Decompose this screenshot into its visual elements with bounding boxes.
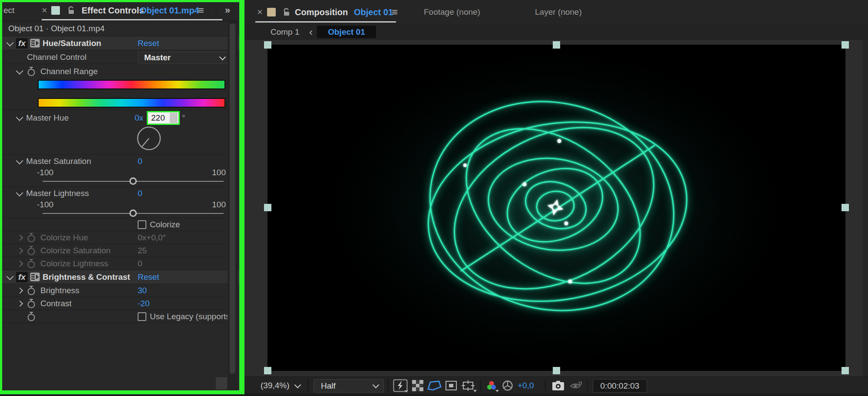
- use-legacy-checkbox: [138, 312, 146, 321]
- effect-name[interactable]: Brightness & Contrast: [43, 270, 130, 284]
- hue-saturation-header[interactable]: fx Hue/Saturation Reset: [2, 36, 239, 50]
- panel-menu-icon[interactable]: ≡: [198, 0, 204, 21]
- master-hue-unit: °: [182, 110, 185, 126]
- composition-canvas[interactable]: [267, 45, 845, 371]
- brightness-contrast-header[interactable]: fx Brightness & Contrast Reset: [2, 270, 239, 284]
- panel-menu-icon[interactable]: ≡: [392, 0, 398, 24]
- breadcrumb-current-label: Object 01: [328, 27, 365, 37]
- stopwatch-icon[interactable]: [27, 285, 36, 295]
- scrollbar-thumb[interactable]: [230, 23, 235, 374]
- scrollbar-corner: [216, 377, 227, 389]
- effect-name[interactable]: Hue/Saturation: [43, 36, 101, 50]
- collapse-chevron-icon: [16, 67, 23, 75]
- master-saturation-slider-knob[interactable]: [129, 177, 137, 185]
- colorize-row: Colorize: [2, 218, 239, 231]
- effect-icon: [30, 39, 40, 48]
- layer-tab[interactable]: Layer (none): [535, 0, 582, 24]
- project-tab-partial[interactable]: ect: [3, 0, 14, 21]
- stopwatch-icon[interactable]: [27, 66, 36, 76]
- master-hue-row: Master Hue 0x 220 °: [2, 110, 239, 126]
- close-icon[interactable]: ×: [257, 0, 263, 24]
- reset-exposure-button[interactable]: [502, 380, 513, 391]
- resolution-value: Half: [321, 380, 336, 392]
- master-saturation-value[interactable]: 0: [138, 155, 142, 167]
- mask-outline-icon: [426, 380, 442, 391]
- channel-range-row: Channel Range: [2, 64, 239, 79]
- layer-subtitle: Object 01 · Object 01.mp4: [8, 21, 105, 36]
- reset-link[interactable]: Reset: [138, 36, 159, 50]
- channel-range-label: Channel Range: [40, 64, 98, 79]
- show-channel-button[interactable]: [485, 380, 498, 391]
- reset-link[interactable]: Reset: [138, 270, 159, 284]
- unlock-icon[interactable]: [283, 7, 290, 17]
- colorize-lightness-label: Colorize Lightness: [40, 257, 108, 270]
- selection-handle-mid-right[interactable]: [842, 204, 849, 211]
- fx-badge[interactable]: fx: [16, 38, 28, 49]
- resolution-dropdown[interactable]: Half: [314, 379, 384, 393]
- stopwatch-icon[interactable]: [27, 311, 36, 321]
- effect-controls-tab-title[interactable]: Effect Controls: [82, 0, 144, 21]
- channel-range-shifted-gradient: [38, 98, 225, 108]
- fast-previews-button[interactable]: [393, 379, 408, 392]
- composition-tab-target[interactable]: Object 01: [354, 0, 393, 24]
- master-lightness-slider-knob[interactable]: [129, 209, 137, 217]
- collapse-chevron-icon: [16, 189, 23, 196]
- breadcrumb-root[interactable]: Comp 1: [271, 24, 300, 40]
- show-snapshot-button[interactable]: [570, 380, 583, 391]
- composition-breadcrumb: Comp 1 ‹ Object 01: [244, 24, 868, 40]
- selection-handle-top-left[interactable]: [264, 41, 271, 49]
- channel-range-source-gradient: [38, 80, 225, 89]
- mask-visibility-button[interactable]: [426, 380, 442, 391]
- master-lightness-row: Master Lightness 0: [2, 187, 239, 200]
- timecode-field[interactable]: 0:00:02:03: [593, 379, 647, 393]
- region-of-interest-button[interactable]: [445, 380, 457, 391]
- breadcrumb-current-tab[interactable]: Object 01: [317, 26, 376, 38]
- stopwatch-icon: [27, 245, 36, 255]
- panel-color-square: [51, 6, 60, 15]
- stopwatch-icon[interactable]: [27, 298, 36, 308]
- selection-handle-bottom-left[interactable]: [264, 367, 271, 374]
- master-hue-revolutions[interactable]: 0x: [135, 110, 143, 126]
- close-icon[interactable]: ×: [42, 0, 47, 21]
- after-effects-window: ect × Effect Controls Object 01.mp4 ≡ » …: [0, 0, 868, 396]
- master-lightness-value[interactable]: 0: [138, 187, 142, 200]
- selection-handle-top-center[interactable]: [553, 41, 560, 49]
- channel-control-row: Channel Control Master: [2, 50, 239, 64]
- grid-guides-button[interactable]: [461, 380, 475, 391]
- text-cursor-block: [170, 113, 178, 123]
- layer-subtitle-row: Object 01 · Object 01.mp4: [2, 21, 239, 36]
- contrast-label: Contrast: [40, 297, 72, 310]
- master-hue-input[interactable]: 220: [147, 111, 180, 125]
- master-hue-value[interactable]: 220: [151, 112, 165, 124]
- selection-handle-mid-left[interactable]: [264, 204, 271, 211]
- take-snapshot-button[interactable]: [552, 380, 564, 391]
- stopwatch-icon: [27, 259, 36, 268]
- active-tab-underline: [42, 19, 222, 20]
- brightness-value[interactable]: 30: [138, 284, 147, 297]
- breadcrumb-chevron: ‹: [309, 24, 313, 40]
- selection-handle-top-right[interactable]: [842, 41, 849, 49]
- panel-overflow-icon[interactable]: »: [225, 0, 230, 21]
- hue-dial[interactable]: [136, 126, 162, 151]
- magnification-dropdown[interactable]: (39,4%): [261, 377, 290, 394]
- colorize-hue-row: Colorize Hue 0x+0,0°: [2, 231, 239, 244]
- panel-color-square: [267, 8, 276, 16]
- chevron-down-icon: [294, 381, 301, 388]
- selection-handle-bottom-right[interactable]: [842, 367, 849, 374]
- composition-tab-title[interactable]: Composition: [295, 0, 348, 24]
- composition-viewport: [244, 40, 868, 376]
- exposure-value[interactable]: +0,0: [518, 377, 534, 394]
- viewport-scrollbar-gutter: [863, 40, 868, 376]
- active-tab-underline: [255, 21, 396, 23]
- scale-min: -100: [37, 200, 53, 210]
- contrast-value[interactable]: -20: [138, 297, 149, 310]
- fx-badge[interactable]: fx: [16, 272, 28, 282]
- footage-tab[interactable]: Footage (none): [424, 0, 480, 24]
- master-saturation-label: Master Saturation: [26, 155, 91, 167]
- effect-controls-tab-target[interactable]: Object 01.mp4: [140, 0, 199, 21]
- eye-icon: [570, 380, 583, 391]
- selection-handle-bottom-center[interactable]: [553, 367, 560, 374]
- channel-control-dropdown[interactable]: Master: [138, 52, 230, 64]
- transparency-grid-button[interactable]: [412, 380, 423, 391]
- unlock-icon[interactable]: [67, 6, 75, 15]
